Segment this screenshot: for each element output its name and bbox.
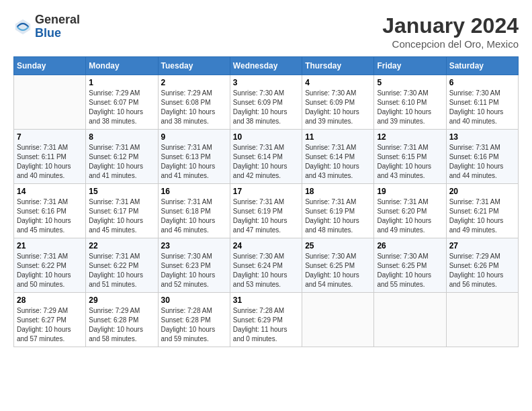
calendar-cell: 29Sunrise: 7:29 AMSunset: 6:28 PMDayligh…: [86, 293, 158, 347]
calendar-week-3: 14Sunrise: 7:31 AMSunset: 6:16 PMDayligh…: [14, 184, 519, 238]
calendar-cell: 1Sunrise: 7:29 AMSunset: 6:07 PMDaylight…: [86, 75, 158, 130]
day-number: 17: [233, 187, 299, 196]
day-number: 4: [305, 78, 371, 87]
day-info: Sunrise: 7:31 AMSunset: 6:16 PMDaylight:…: [449, 143, 515, 181]
day-number: 23: [161, 241, 227, 250]
day-info: Sunrise: 7:29 AMSunset: 6:07 PMDaylight:…: [89, 89, 154, 126]
calendar-cell: 26Sunrise: 7:30 AMSunset: 6:25 PMDayligh…: [374, 238, 446, 293]
day-info: Sunrise: 7:31 AMSunset: 6:19 PMDaylight:…: [305, 197, 371, 235]
day-header-thursday: Thursday: [302, 57, 374, 75]
calendar-cell: 4Sunrise: 7:30 AMSunset: 6:09 PMDaylight…: [302, 75, 374, 130]
day-number: 27: [449, 241, 515, 250]
day-number: 28: [17, 295, 83, 305]
day-number: 21: [17, 241, 83, 250]
calendar-cell: 31Sunrise: 7:28 AMSunset: 6:29 PMDayligh…: [230, 293, 302, 347]
day-info: Sunrise: 7:30 AMSunset: 6:25 PMDaylight:…: [305, 252, 371, 289]
day-number: 8: [89, 132, 154, 142]
day-number: 3: [233, 78, 299, 87]
calendar-cell: 16Sunrise: 7:31 AMSunset: 6:18 PMDayligh…: [158, 184, 230, 238]
calendar-cell: 17Sunrise: 7:31 AMSunset: 6:19 PMDayligh…: [230, 184, 302, 238]
calendar-cell: 3Sunrise: 7:30 AMSunset: 6:09 PMDaylight…: [230, 75, 302, 130]
calendar-header-row: SundayMondayTuesdayWednesdayThursdayFrid…: [14, 57, 519, 75]
day-header-monday: Monday: [86, 57, 158, 75]
day-number: 6: [449, 78, 515, 87]
day-number: 29: [89, 295, 154, 305]
day-number: 25: [305, 241, 371, 250]
day-number: 7: [17, 132, 83, 142]
calendar-cell: 20Sunrise: 7:31 AMSunset: 6:21 PMDayligh…: [446, 184, 518, 238]
day-header-saturday: Saturday: [446, 57, 518, 75]
day-info: Sunrise: 7:30 AMSunset: 6:23 PMDaylight:…: [161, 252, 227, 289]
logo: General Blue: [13, 13, 80, 40]
calendar-cell: 8Sunrise: 7:31 AMSunset: 6:12 PMDaylight…: [86, 130, 158, 184]
calendar-week-5: 28Sunrise: 7:29 AMSunset: 6:27 PMDayligh…: [14, 293, 519, 347]
day-info: Sunrise: 7:31 AMSunset: 6:14 PMDaylight:…: [233, 143, 299, 181]
day-header-wednesday: Wednesday: [230, 57, 302, 75]
day-number: 2: [161, 78, 227, 87]
day-info: Sunrise: 7:31 AMSunset: 6:21 PMDaylight:…: [449, 197, 515, 235]
day-info: Sunrise: 7:28 AMSunset: 6:28 PMDaylight:…: [161, 306, 227, 344]
day-info: Sunrise: 7:30 AMSunset: 6:11 PMDaylight:…: [449, 89, 515, 126]
calendar-table: SundayMondayTuesdayWednesdayThursdayFrid…: [13, 56, 519, 347]
day-header-sunday: Sunday: [14, 57, 86, 75]
day-info: Sunrise: 7:31 AMSunset: 6:22 PMDaylight:…: [89, 252, 154, 289]
day-info: Sunrise: 7:31 AMSunset: 6:11 PMDaylight:…: [17, 143, 83, 181]
calendar-cell: 12Sunrise: 7:31 AMSunset: 6:15 PMDayligh…: [374, 130, 446, 184]
calendar-cell: 18Sunrise: 7:31 AMSunset: 6:19 PMDayligh…: [302, 184, 374, 238]
day-info: Sunrise: 7:31 AMSunset: 6:13 PMDaylight:…: [161, 143, 227, 181]
day-info: Sunrise: 7:30 AMSunset: 6:25 PMDaylight:…: [377, 252, 443, 289]
calendar-cell: 24Sunrise: 7:30 AMSunset: 6:24 PMDayligh…: [230, 238, 302, 293]
day-info: Sunrise: 7:29 AMSunset: 6:27 PMDaylight:…: [17, 306, 83, 344]
calendar-cell: [302, 293, 374, 347]
header: General Blue January 2024 Concepcion del…: [13, 13, 519, 50]
calendar-cell: 2Sunrise: 7:29 AMSunset: 6:08 PMDaylight…: [158, 75, 230, 130]
calendar-cell: 13Sunrise: 7:31 AMSunset: 6:16 PMDayligh…: [446, 130, 518, 184]
day-info: Sunrise: 7:28 AMSunset: 6:29 PMDaylight:…: [233, 306, 299, 344]
day-info: Sunrise: 7:31 AMSunset: 6:16 PMDaylight:…: [17, 197, 83, 235]
logo-icon: [13, 17, 32, 36]
day-info: Sunrise: 7:30 AMSunset: 6:09 PMDaylight:…: [233, 89, 299, 126]
day-number: 19: [377, 187, 443, 196]
calendar-cell: 10Sunrise: 7:31 AMSunset: 6:14 PMDayligh…: [230, 130, 302, 184]
calendar-cell: 15Sunrise: 7:31 AMSunset: 6:17 PMDayligh…: [86, 184, 158, 238]
day-info: Sunrise: 7:31 AMSunset: 6:12 PMDaylight:…: [89, 143, 154, 181]
day-number: 13: [449, 132, 515, 142]
day-info: Sunrise: 7:31 AMSunset: 6:17 PMDaylight:…: [89, 197, 154, 235]
day-info: Sunrise: 7:31 AMSunset: 6:20 PMDaylight:…: [377, 197, 443, 235]
calendar-cell: 7Sunrise: 7:31 AMSunset: 6:11 PMDaylight…: [14, 130, 86, 184]
calendar-week-1: 1Sunrise: 7:29 AMSunset: 6:07 PMDaylight…: [14, 75, 519, 130]
day-number: 10: [233, 132, 299, 142]
calendar-week-2: 7Sunrise: 7:31 AMSunset: 6:11 PMDaylight…: [14, 130, 519, 184]
day-info: Sunrise: 7:31 AMSunset: 6:15 PMDaylight:…: [377, 143, 443, 181]
day-info: Sunrise: 7:30 AMSunset: 6:24 PMDaylight:…: [233, 252, 299, 289]
calendar-cell: 30Sunrise: 7:28 AMSunset: 6:28 PMDayligh…: [158, 293, 230, 347]
calendar-cell: [446, 293, 518, 347]
calendar-week-4: 21Sunrise: 7:31 AMSunset: 6:22 PMDayligh…: [14, 238, 519, 293]
day-number: 15: [89, 187, 154, 196]
day-info: Sunrise: 7:31 AMSunset: 6:22 PMDaylight:…: [17, 252, 83, 289]
day-info: Sunrise: 7:29 AMSunset: 6:26 PMDaylight:…: [449, 252, 515, 289]
calendar-cell: 21Sunrise: 7:31 AMSunset: 6:22 PMDayligh…: [14, 238, 86, 293]
calendar-cell: 5Sunrise: 7:30 AMSunset: 6:10 PMDaylight…: [374, 75, 446, 130]
calendar-cell: [14, 75, 86, 130]
day-number: 31: [233, 295, 299, 305]
day-info: Sunrise: 7:30 AMSunset: 6:09 PMDaylight:…: [305, 89, 371, 126]
day-number: 1: [89, 78, 154, 87]
calendar-cell: 28Sunrise: 7:29 AMSunset: 6:27 PMDayligh…: [14, 293, 86, 347]
day-number: 20: [449, 187, 515, 196]
day-number: 26: [377, 241, 443, 250]
calendar-cell: 27Sunrise: 7:29 AMSunset: 6:26 PMDayligh…: [446, 238, 518, 293]
day-info: Sunrise: 7:31 AMSunset: 6:18 PMDaylight:…: [161, 197, 227, 235]
calendar-cell: 23Sunrise: 7:30 AMSunset: 6:23 PMDayligh…: [158, 238, 230, 293]
calendar-cell: 11Sunrise: 7:31 AMSunset: 6:14 PMDayligh…: [302, 130, 374, 184]
day-number: 14: [17, 187, 83, 196]
day-number: 12: [377, 132, 443, 142]
day-header-tuesday: Tuesday: [158, 57, 230, 75]
day-number: 24: [233, 241, 299, 250]
calendar-cell: [374, 293, 446, 347]
calendar-cell: 22Sunrise: 7:31 AMSunset: 6:22 PMDayligh…: [86, 238, 158, 293]
day-number: 16: [161, 187, 227, 196]
day-number: 18: [305, 187, 371, 196]
calendar-cell: 25Sunrise: 7:30 AMSunset: 6:25 PMDayligh…: [302, 238, 374, 293]
day-info: Sunrise: 7:31 AMSunset: 6:14 PMDaylight:…: [305, 143, 371, 181]
